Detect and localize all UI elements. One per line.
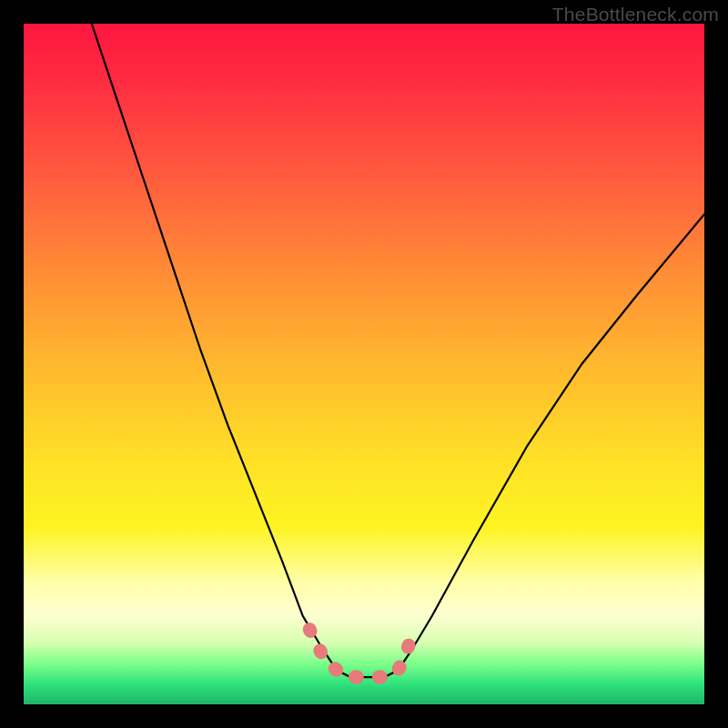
watermark-text: TheBottleneck.com bbox=[552, 4, 719, 25]
curve-svg bbox=[24, 24, 704, 704]
chart-frame: TheBottleneck.com bbox=[0, 0, 728, 728]
plot-area bbox=[24, 24, 704, 704]
bottleneck-curve-pink-overlay bbox=[309, 630, 411, 677]
bottleneck-curve-black bbox=[92, 24, 704, 677]
